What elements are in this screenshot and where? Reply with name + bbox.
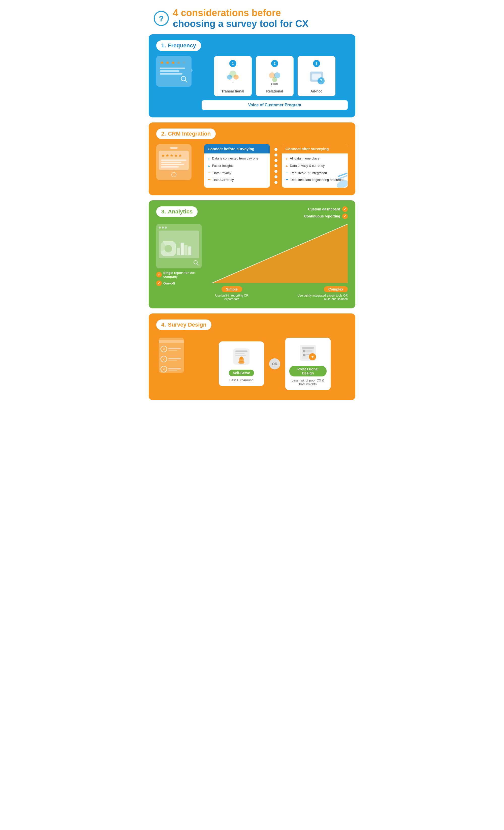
survey-options: Self-Serve Fast Turnaround OR bbox=[201, 335, 348, 390]
svg-text:✕: ✕ bbox=[162, 368, 165, 371]
crm-after-plus2: + Data privacy & currency bbox=[285, 164, 344, 168]
freq-item-transactional: 1 ↔ Transactional bbox=[214, 56, 252, 96]
page-title-line1: 4 considerations before bbox=[173, 7, 309, 19]
frequency-types: 1 ↔ Transactional 2 bbox=[201, 56, 348, 110]
svg-point-45 bbox=[240, 356, 243, 359]
svg-point-16 bbox=[336, 179, 348, 188]
voc-bar: Voice of Customer Program bbox=[201, 100, 348, 110]
svg-rect-38 bbox=[168, 368, 181, 370]
svg-rect-34 bbox=[168, 358, 181, 359]
or-separator: OR bbox=[269, 358, 280, 370]
svg-rect-46 bbox=[239, 361, 245, 363]
survey-card-selfserve: Self-Serve Fast Turnaround bbox=[219, 342, 264, 386]
transactional-icon: ↔ bbox=[224, 69, 242, 87]
selfserve-icon bbox=[231, 347, 252, 366]
analytics-illustration: ✓ Single report for the company ✓ One-of… bbox=[156, 224, 207, 286]
analytics-chart: Simple Use built-in reporting OR export … bbox=[212, 224, 348, 301]
adhoc-icon: ? bbox=[308, 69, 325, 87]
magnifier-icon bbox=[181, 75, 188, 83]
svg-rect-30 bbox=[168, 348, 181, 349]
freq-item-adhoc: 3 ? Ad-hoc bbox=[297, 56, 336, 96]
svg-rect-50 bbox=[303, 350, 306, 352]
svg-rect-51 bbox=[307, 351, 313, 351]
analytics-complex: Complex Use tightly integrated expert to… bbox=[297, 286, 348, 301]
survey-illustration: ✕ ✓ ✕ bbox=[156, 335, 194, 377]
crm-comparison: Connect before surveying + Data is conne… bbox=[204, 144, 348, 188]
survey-card-professional: ★ Professional Design Less risk of poor … bbox=[285, 338, 330, 390]
crm-before-minus2: − Data Currency bbox=[208, 178, 266, 182]
section-analytics: 3. Analytics Custom dashboard ✓ Continuo… bbox=[149, 200, 355, 309]
hand-writing-icon bbox=[330, 169, 348, 188]
check-icon-2: ✓ bbox=[342, 214, 348, 219]
crm-after-plus1: + All data in one place bbox=[285, 157, 344, 161]
section-crm: 2. CRM Integration ★ ★ ★ ★ ★ bbox=[149, 123, 355, 195]
analytics-top-badges: Custom dashboard ✓ Continuous reporting … bbox=[304, 206, 348, 219]
crm-before-plus1: + Data is connected from day one bbox=[208, 157, 266, 161]
svg-text:↔: ↔ bbox=[231, 81, 234, 84]
check-single-report: ✓ bbox=[156, 272, 162, 278]
svg-rect-35 bbox=[168, 360, 178, 361]
checklist-icon: ✕ ✓ ✕ bbox=[156, 335, 187, 376]
triangle-chart-svg bbox=[212, 224, 348, 283]
badge-custom-dashboard: Custom dashboard ✓ bbox=[308, 206, 348, 212]
relational-icon: people bbox=[266, 69, 284, 87]
svg-point-5 bbox=[227, 74, 232, 79]
svg-rect-27 bbox=[159, 340, 184, 343]
crm-col-before: Connect before surveying + Data is conne… bbox=[204, 144, 270, 188]
svg-rect-52 bbox=[303, 354, 306, 356]
svg-rect-49 bbox=[302, 347, 314, 349]
svg-text:✕: ✕ bbox=[162, 348, 165, 351]
frequency-illustration: ★ ★ ★ ★ ★ bbox=[156, 56, 196, 87]
crm-label: 2. CRM Integration bbox=[156, 128, 216, 139]
section-survey-design: 4. Survey Design ✕ ✓ bbox=[149, 314, 355, 400]
analytics-simple: Simple Use built-in reporting OR export … bbox=[212, 286, 252, 301]
pie-chart-icon bbox=[161, 241, 176, 256]
svg-text:?: ? bbox=[159, 14, 164, 23]
check-one-off: ✓ bbox=[156, 281, 162, 286]
crm-illustration: ★ ★ ★ ★ ★ bbox=[156, 144, 199, 188]
crm-before-header: Connect before surveying bbox=[204, 144, 270, 154]
freq-item-relational: 2 people Relational bbox=[256, 56, 293, 96]
professional-icon: ★ bbox=[298, 343, 318, 363]
svg-rect-41 bbox=[235, 351, 248, 352]
svg-rect-42 bbox=[235, 353, 245, 354]
analytics-label: 3. Analytics bbox=[156, 206, 197, 217]
section-frequency: 1. Frequency ★ ★ ★ ★ ★ bbox=[149, 34, 355, 118]
svg-rect-31 bbox=[168, 350, 178, 351]
svg-line-22 bbox=[197, 263, 198, 265]
survey-design-label: 4. Survey Design bbox=[156, 319, 212, 330]
svg-text:✓: ✓ bbox=[162, 357, 165, 361]
svg-rect-39 bbox=[168, 370, 178, 371]
svg-text:★: ★ bbox=[311, 355, 314, 359]
svg-line-3 bbox=[185, 80, 187, 82]
badge-continuous-reporting: Continuous reporting ✓ bbox=[304, 214, 348, 219]
binder-rings bbox=[273, 144, 279, 188]
crm-before-minus1: − Data Privacy bbox=[208, 171, 266, 175]
frequency-label: 1. Frequency bbox=[156, 40, 201, 51]
svg-point-10 bbox=[272, 77, 277, 82]
crm-col-after: Connect after surveying + All data in on… bbox=[282, 144, 348, 188]
page-header: ? 4 considerations before choosing a sur… bbox=[144, 0, 360, 34]
question-icon: ? bbox=[154, 11, 169, 26]
magnifier-analytics-icon bbox=[193, 260, 199, 266]
crm-after-header: Connect after surveying bbox=[282, 144, 348, 154]
svg-rect-43 bbox=[235, 355, 246, 356]
svg-text:people: people bbox=[271, 83, 278, 85]
page-title-line2: choosing a survey tool for CX bbox=[173, 19, 309, 29]
crm-before-plus2: + Faster Insights bbox=[208, 164, 266, 168]
svg-text:?: ? bbox=[320, 78, 322, 83]
check-icon: ✓ bbox=[342, 206, 348, 212]
svg-point-6 bbox=[233, 74, 239, 79]
